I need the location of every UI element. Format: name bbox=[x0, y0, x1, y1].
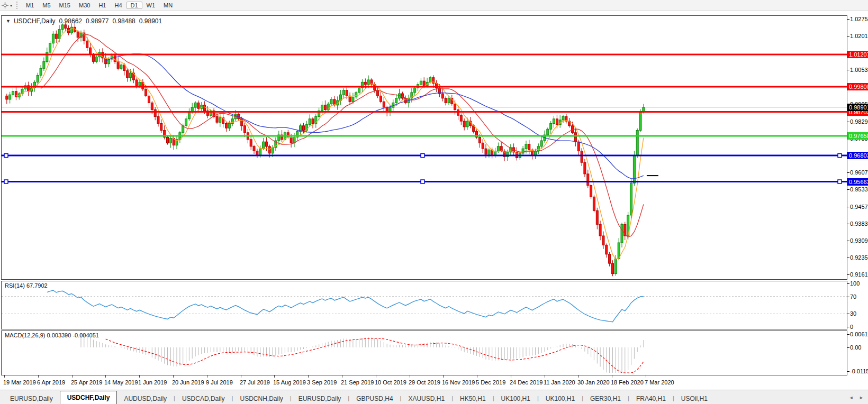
date-axis-label: 29 Oct 2019 bbox=[409, 379, 440, 385]
rsi-axis-tick: 30 bbox=[850, 310, 856, 317]
date-axis-tick bbox=[443, 375, 444, 378]
line-drag-handle[interactable] bbox=[4, 180, 8, 183]
tab-scroll-left-icon[interactable]: ◄ bbox=[849, 395, 854, 400]
date-axis-tick bbox=[308, 375, 309, 378]
line-drag-handle[interactable] bbox=[421, 180, 424, 183]
price-axis[interactable]: 1.027501.020101.012701.005300.997900.990… bbox=[847, 11, 868, 390]
date-axis-label: 25 Apr 2019 bbox=[71, 379, 102, 385]
date-axis[interactable]: 19 Mar 20196 Apr 201925 Apr 201914 May 2… bbox=[1, 375, 847, 390]
date-axis-tick bbox=[241, 375, 241, 378]
date-axis-label: 11 Jan 2020 bbox=[544, 379, 575, 385]
date-axis-tick bbox=[4, 375, 5, 378]
price-pane[interactable]: ▼ USDCHF,Daily 0.98662 0.98977 0.98488 0… bbox=[1, 15, 847, 280]
date-axis-label: 19 Mar 2019 bbox=[3, 379, 36, 385]
current-price-badge: 0.98901 bbox=[847, 104, 868, 111]
line-drag-handle[interactable] bbox=[838, 154, 842, 158]
date-axis-tick bbox=[173, 375, 174, 378]
rsi-line bbox=[47, 290, 644, 322]
timeframe-button-m15[interactable]: M15 bbox=[55, 2, 75, 9]
date-axis-tick bbox=[477, 375, 477, 378]
chart-tab-3-usdcad-daily[interactable]: USDCAD,Daily bbox=[175, 393, 232, 404]
price-axis-tick: 0.95330 bbox=[850, 186, 868, 192]
date-axis-label: 9 Jul 2019 bbox=[206, 379, 233, 385]
chart-tab-10-uk100-h1[interactable]: UK100,H1 bbox=[539, 393, 582, 404]
tool-dropdown-caret[interactable]: ▾ bbox=[10, 3, 12, 8]
macd-pane[interactable]: MACD(12,26,9) 0.003390 -0.004051 bbox=[1, 330, 847, 375]
timeframe-button-m5[interactable]: M5 bbox=[38, 2, 55, 9]
chart-symbol-label: USDCHF,Daily bbox=[14, 17, 56, 25]
rsi-pane[interactable]: RSI(14) 67.7902 bbox=[1, 281, 847, 329]
date-axis-label: 21 Sep 2019 bbox=[341, 379, 374, 385]
price-level-badge: 1.01207 bbox=[847, 51, 868, 58]
date-axis-tick bbox=[578, 375, 579, 378]
line-drag-handle[interactable] bbox=[838, 180, 842, 183]
timeframe-button-m30[interactable]: M30 bbox=[75, 2, 94, 9]
date-axis-label: 1 Jun 2019 bbox=[138, 379, 167, 385]
price-level-badge: 0.96803 bbox=[847, 152, 868, 159]
date-axis-label: 3 Sep 2019 bbox=[307, 379, 337, 385]
timeframe-button-group: M1M5M15M30H1H4D1W1MN bbox=[22, 2, 177, 9]
rsi-chart bbox=[2, 281, 847, 329]
date-axis-label: 10 Oct 2019 bbox=[375, 379, 406, 385]
support-line-0.96803[interactable] bbox=[2, 154, 847, 158]
price-level-badge: 0.97658 bbox=[847, 132, 868, 140]
top-toolbar: ▾ M1M5M15M30H1H4D1W1MN bbox=[0, 0, 868, 11]
date-axis-tick bbox=[207, 375, 207, 378]
ohlc-high: 0.98977 bbox=[86, 17, 108, 25]
rsi-indicator-label: RSI(14) 67.7902 bbox=[5, 282, 48, 289]
moving-average-5 bbox=[16, 29, 644, 259]
chart-tab-11-ger30-h1[interactable]: GER30,H1 bbox=[583, 393, 628, 404]
date-axis-tick bbox=[274, 375, 275, 378]
date-axis-tick bbox=[646, 375, 646, 378]
crosshair-tool-button[interactable] bbox=[1, 2, 9, 9]
candles bbox=[6, 23, 645, 277]
rsi-axis-tick: 100 bbox=[850, 280, 860, 287]
chart-tab-13-usoil-h1[interactable]: USOil,H1 bbox=[674, 393, 715, 404]
price-axis-tick: 1.02010 bbox=[850, 33, 868, 39]
date-axis-tick bbox=[410, 375, 410, 378]
chart-tab-6-gbpusd-h4[interactable]: GBPUSD,H4 bbox=[349, 393, 400, 404]
tab-scroll-right-icon[interactable]: ► bbox=[859, 395, 864, 400]
timeframe-button-m1[interactable]: M1 bbox=[22, 2, 38, 9]
tab-strip: EURUSD,DailyUSDCHF,DailyAUDUSD,Daily|USD… bbox=[3, 391, 715, 404]
chart-tab-2-audusd-daily[interactable]: AUDUSD,Daily bbox=[117, 393, 174, 404]
price-axis-tick: 0.91610 bbox=[850, 271, 868, 278]
chart-tab-9-uk100-h1[interactable]: UK100,H1 bbox=[494, 393, 537, 404]
date-axis-tick bbox=[511, 375, 511, 378]
line-drag-handle[interactable] bbox=[4, 154, 8, 158]
support-line-0.95663[interactable] bbox=[2, 180, 847, 183]
timeframe-button-h1[interactable]: H1 bbox=[94, 2, 110, 9]
tab-scroll-arrows: ◄ ► bbox=[845, 395, 864, 400]
price-axis-tick: 0.94570 bbox=[850, 204, 868, 210]
toolbar-grip[interactable] bbox=[16, 2, 17, 9]
chart-tab-bar: EURUSD,DailyUSDCHF,DailyAUDUSD,Daily|USD… bbox=[0, 390, 868, 404]
macd-axis-tick: -0.011531 bbox=[850, 368, 868, 374]
rsi-axis-tick: 70 bbox=[850, 293, 856, 300]
macd-chart bbox=[2, 331, 847, 375]
chart-tab-4-usdcnh-daily[interactable]: USDCNH,Daily bbox=[233, 393, 290, 404]
symbol-dropdown-icon[interactable]: ▼ bbox=[6, 19, 11, 24]
chart-tab-8-hk50-h1[interactable]: HK50,H1 bbox=[453, 393, 493, 404]
date-axis-label: 5 Dec 2019 bbox=[476, 379, 505, 385]
chart-tab-5-eurusd-daily[interactable]: EURUSD,Daily bbox=[292, 393, 348, 404]
timeframe-button-w1[interactable]: W1 bbox=[142, 2, 160, 9]
date-axis-tick bbox=[612, 375, 612, 378]
date-axis-label: 30 Jan 2020 bbox=[577, 379, 610, 385]
date-axis-tick bbox=[72, 375, 73, 378]
timeframe-button-mn[interactable]: MN bbox=[159, 2, 177, 9]
macd-indicator-label: MACD(12,26,9) 0.003390 -0.004051 bbox=[5, 332, 99, 338]
timeframe-button-d1[interactable]: D1 bbox=[126, 2, 142, 9]
date-axis-label: 14 May 2019 bbox=[104, 379, 138, 385]
chart-tab-7-xauusd-h1[interactable]: XAUUSD,H1 bbox=[401, 393, 451, 404]
macd-axis-tick: 0.00 bbox=[850, 344, 861, 351]
timeframe-button-h4[interactable]: H4 bbox=[110, 2, 126, 9]
date-axis-label: 24 Dec 2019 bbox=[510, 379, 542, 385]
date-axis-label: 7 Mar 2020 bbox=[645, 379, 674, 385]
date-axis-tick bbox=[376, 375, 376, 378]
line-drag-handle[interactable] bbox=[421, 154, 424, 158]
chart-tab-12-fra40-h1[interactable]: FRA40,H1 bbox=[629, 393, 673, 404]
date-axis-label: 27 Jul 2019 bbox=[240, 379, 270, 385]
macd-histogram bbox=[81, 333, 644, 373]
chart-tab-1-usdchf-daily[interactable]: USDCHF,Daily bbox=[60, 391, 117, 404]
chart-tab-0-eurusd-daily[interactable]: EURUSD,Daily bbox=[3, 393, 60, 404]
